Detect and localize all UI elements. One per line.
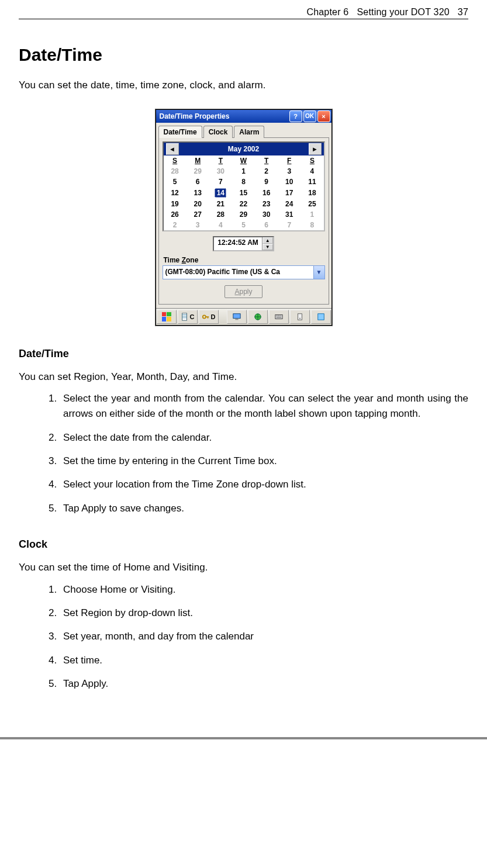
section-intro: You can set the date, time, time zone, c… xyxy=(19,78,468,93)
clock-steps: Choose Home or Visiting. Set Region by d… xyxy=(19,582,468,692)
taskbar-item-d[interactable]: D xyxy=(199,310,219,324)
svg-rect-8 xyxy=(317,313,324,320)
calendar-day[interactable]: 20 xyxy=(186,199,209,209)
calendar-day[interactable]: 27 xyxy=(186,209,209,220)
calendar-day[interactable]: 16 xyxy=(255,187,278,199)
calendar-day[interactable]: 30 xyxy=(209,166,232,177)
calendar-day[interactable]: 21 xyxy=(209,199,232,209)
calendar-day[interactable]: 6 xyxy=(186,177,209,187)
list-item: Choose Home or Visiting. xyxy=(60,582,468,597)
svg-rect-6 xyxy=(298,313,302,320)
tab-pane-datetime: ◄ May 2002 ► SMTWTFS 2829301234567891011… xyxy=(158,137,329,305)
calendar-day[interactable]: 2 xyxy=(164,220,186,230)
calendar-day[interactable]: 22 xyxy=(232,199,255,209)
time-value[interactable]: 12:24:52 AM xyxy=(214,237,262,250)
calendar-day[interactable]: 11 xyxy=(301,177,323,187)
list-item: Set Region by drop-down list. xyxy=(60,606,468,621)
calendar-day[interactable]: 4 xyxy=(209,220,232,230)
calendar-day[interactable]: 31 xyxy=(278,209,301,220)
calendar-day[interactable]: 12 xyxy=(164,187,186,199)
device-icon xyxy=(296,313,304,321)
dialog-titlebar: Date/Time Properties ? OK × xyxy=(156,110,331,123)
calendar-dow: F xyxy=(278,155,301,166)
taskbar: C D xyxy=(156,308,331,325)
start-button[interactable] xyxy=(157,310,177,324)
calendar-day[interactable]: 7 xyxy=(209,177,232,187)
dropdown-icon[interactable]: ▼ xyxy=(313,266,324,279)
subsection-clock-heading: Clock xyxy=(19,538,468,551)
tab-datetime[interactable]: Date/Time xyxy=(158,126,202,138)
tray-keyboard-icon[interactable] xyxy=(269,310,289,324)
calendar-day[interactable]: 18 xyxy=(301,187,323,199)
calendar-month-label[interactable]: May 2002 xyxy=(181,145,306,153)
time-spin-down-icon[interactable]: ▼ xyxy=(263,244,273,250)
apply-button[interactable]: Apply xyxy=(224,285,262,298)
calendar-day[interactable]: 19 xyxy=(164,199,186,209)
calendar-day[interactable]: 3 xyxy=(186,220,209,230)
timezone-label: Time Zone xyxy=(164,256,325,264)
calendar-day[interactable]: 24 xyxy=(278,199,301,209)
tray-desktop-icon[interactable] xyxy=(227,310,247,324)
tab-alarm[interactable]: Alarm xyxy=(234,126,264,138)
calendar-day[interactable]: 4 xyxy=(301,166,323,177)
timezone-select[interactable]: (GMT-08:00) Pacific Time (US & Ca ▼ xyxy=(163,265,325,279)
calendar-day[interactable]: 28 xyxy=(209,209,232,220)
list-item: Set the time by entering in the Current … xyxy=(60,454,468,469)
calendar-day[interactable]: 30 xyxy=(255,209,278,220)
calendar-day[interactable]: 29 xyxy=(232,209,255,220)
page-header: Chapter 6 Setting your DOT 320 37 xyxy=(19,7,468,19)
calendar-dow: S xyxy=(301,155,323,166)
keyboard-icon xyxy=(275,313,283,321)
time-input[interactable]: 12:24:52 AM ▲ ▼ xyxy=(213,236,274,251)
subsection-datetime-heading: Date/Time xyxy=(19,348,468,360)
list-item: Set time. xyxy=(60,653,468,668)
monitor-icon xyxy=(233,313,241,321)
time-spin-up-icon[interactable]: ▲ xyxy=(263,237,273,244)
calendar-day[interactable]: 5 xyxy=(164,177,186,187)
calendar-day[interactable]: 25 xyxy=(301,199,323,209)
calendar-day[interactable]: 8 xyxy=(301,220,323,230)
svg-point-1 xyxy=(202,315,205,318)
calendar-day[interactable]: 10 xyxy=(278,177,301,187)
subsection-clock-intro: You can set the time of Home and Visitin… xyxy=(19,560,468,575)
tab-clock[interactable]: Clock xyxy=(203,126,233,138)
close-button[interactable]: × xyxy=(317,110,330,122)
prev-month-button[interactable]: ◄ xyxy=(166,143,179,155)
svg-rect-0 xyxy=(182,313,186,320)
calendar-day[interactable]: 13 xyxy=(186,187,209,199)
calendar-day[interactable]: 1 xyxy=(301,209,323,220)
calendar-dow: S xyxy=(164,155,186,166)
help-button[interactable]: ? xyxy=(289,110,302,122)
calendar-day[interactable]: 6 xyxy=(255,220,278,230)
calendar-day[interactable]: 5 xyxy=(232,220,255,230)
next-month-button[interactable]: ► xyxy=(309,143,322,155)
calendar-day[interactable]: 8 xyxy=(232,177,255,187)
dialog-window: Date/Time Properties ? OK × Date/Time Cl… xyxy=(156,109,332,326)
calendar-day[interactable]: 1 xyxy=(232,166,255,177)
ok-button[interactable]: OK xyxy=(303,110,316,122)
calendar-day[interactable]: 29 xyxy=(186,166,209,177)
calendar-day[interactable]: 9 xyxy=(255,177,278,187)
calendar-day[interactable]: 7 xyxy=(278,220,301,230)
calendar-grid[interactable]: SMTWTFS 28293012345678910111213141516171… xyxy=(164,155,324,230)
calendar-dow: T xyxy=(255,155,278,166)
calendar: ◄ May 2002 ► SMTWTFS 2829301234567891011… xyxy=(163,141,325,231)
time-spinner[interactable]: ▲ ▼ xyxy=(262,237,273,250)
taskbar-item-c[interactable]: C xyxy=(178,310,198,324)
subsection-datetime-intro: You can set Region, Year, Month, Day, an… xyxy=(19,369,468,385)
calendar-day[interactable]: 14 xyxy=(209,187,232,199)
calendar-day[interactable]: 3 xyxy=(278,166,301,177)
list-item: Tap Apply to save changes. xyxy=(60,501,468,516)
calendar-day[interactable]: 17 xyxy=(278,187,301,199)
calendar-day[interactable]: 28 xyxy=(164,166,186,177)
tray-volume-icon[interactable] xyxy=(290,310,310,324)
tray-network-icon[interactable] xyxy=(248,310,268,324)
calendar-day[interactable]: 2 xyxy=(255,166,278,177)
calendar-day[interactable]: 15 xyxy=(232,187,255,199)
calendar-day[interactable]: 23 xyxy=(255,199,278,209)
calendar-dow: T xyxy=(209,155,232,166)
show-desktop-button[interactable] xyxy=(311,310,331,324)
calendar-day[interactable]: 26 xyxy=(164,209,186,220)
windows-logo-icon xyxy=(162,312,171,321)
list-item: Select the date from the calendar. xyxy=(60,430,468,445)
